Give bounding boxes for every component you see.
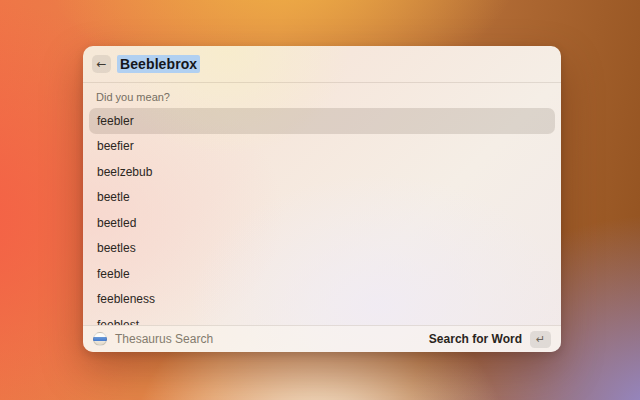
list-item[interactable]: beetled (89, 210, 555, 236)
window-header: ← Beeblebrox (83, 46, 561, 83)
list-item-label: beetles (97, 241, 136, 255)
desktop-wallpaper: ← Beeblebrox Did you mean? feebler beefi… (0, 0, 640, 400)
list-item-label: feeble (97, 267, 130, 281)
list-item[interactable]: feebler (89, 108, 555, 134)
thesaurus-search-window: ← Beeblebrox Did you mean? feebler beefi… (83, 46, 561, 352)
list-item[interactable]: feebleness (89, 287, 555, 313)
action-label: Search for Word (429, 332, 522, 346)
window-footer: Thesaurus Search Search for Word ↵ (83, 325, 561, 352)
search-query-input[interactable]: Beeblebrox (117, 55, 200, 73)
search-for-word-button[interactable]: Search for Word ↵ (429, 331, 551, 348)
list-item-label: feebleness (97, 292, 155, 306)
list-item[interactable]: beetle (89, 185, 555, 211)
list-item[interactable]: feeble (89, 261, 555, 287)
list-item-label: feeblest (97, 318, 139, 325)
list-item[interactable]: feeblest (89, 312, 555, 325)
suggestion-list: Did you mean? feebler beefier beelzebub … (83, 83, 561, 325)
list-item-label: beelzebub (97, 165, 152, 179)
list-item[interactable]: beelzebub (89, 159, 555, 185)
suggestion-rows: feebler beefier beelzebub beetle beetled… (89, 108, 555, 325)
list-item[interactable]: beefier (89, 134, 555, 160)
dictionary-app-icon (93, 332, 107, 346)
list-item[interactable]: beetles (89, 236, 555, 262)
section-header: Did you mean? (96, 91, 555, 103)
return-key-badge: ↵ (530, 331, 551, 348)
list-item-label: beetled (97, 216, 136, 230)
footer-app-label: Thesaurus Search (115, 332, 421, 346)
list-item-label: feebler (97, 114, 134, 128)
back-arrow-icon: ← (96, 58, 106, 70)
list-item-label: beetle (97, 190, 130, 204)
list-item-label: beefier (97, 139, 134, 153)
selected-query-text: Beeblebrox (117, 55, 200, 73)
back-button[interactable]: ← (92, 55, 111, 73)
